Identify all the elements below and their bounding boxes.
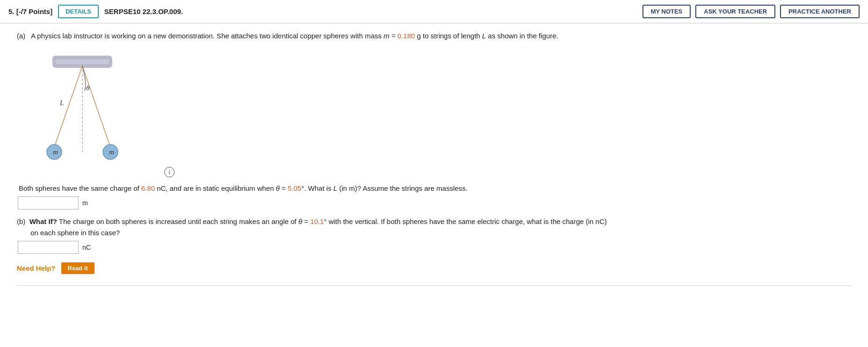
part-a-description: (a) A physics lab instructor is working …: [17, 32, 851, 40]
part-a-text-before: A physics lab instructor is working on a…: [31, 32, 397, 40]
part-a-q-text1: Both spheres have the same charge of: [19, 184, 141, 192]
theta-a-value: 5.05: [288, 184, 301, 192]
details-button[interactable]: DETAILS: [58, 5, 99, 18]
part-a-unit: m: [82, 199, 88, 207]
part-b-description: (b) What If? The charge on both spheres …: [17, 216, 851, 238]
part-a-label: (a): [17, 32, 29, 40]
part-a-answer-input[interactable]: [18, 196, 79, 210]
header-right-buttons: MY NOTES ASK YOUR TEACHER PRACTICE ANOTH…: [642, 5, 860, 18]
ceiling-rod: [54, 58, 110, 66]
problem-code: SERPSE10 22.3.OP.009.: [104, 7, 637, 15]
info-icon[interactable]: i: [164, 167, 175, 177]
part-b-text1: The charge on both spheres is increased …: [57, 217, 310, 225]
my-notes-button[interactable]: MY NOTES: [642, 5, 691, 18]
theta-b-value: 10.1: [310, 217, 324, 225]
part-a-question: Both spheres have the same charge of 6.8…: [19, 183, 851, 194]
L-label: L: [59, 99, 64, 107]
need-help-row: Need Help? Read It: [17, 262, 851, 274]
page-wrapper: 5. [-/7 Points] DETAILS SERPSE10 22.3.OP…: [0, 0, 868, 347]
need-help-label: Need Help?: [17, 264, 56, 272]
part-b-what-if: What If?: [29, 217, 57, 225]
practice-another-button[interactable]: PRACTICE ANOTHER: [780, 5, 860, 18]
problem-number: 5. [-/7 Points]: [8, 7, 52, 15]
figure-area: m m L θ: [26, 44, 851, 175]
part-a-q-text3: °. What is L (in m)? Assume the strings …: [301, 184, 467, 192]
read-it-button[interactable]: Read It: [61, 262, 95, 274]
content-area: (a) A physics lab instructor is working …: [0, 23, 868, 297]
part-a-text-after: g to strings of length L as shown in the…: [415, 32, 558, 40]
part-b-label: (b): [17, 217, 29, 225]
left-sphere-label: m: [53, 148, 58, 156]
header-bar: 5. [-/7 Points] DETAILS SERPSE10 22.3.OP…: [0, 0, 868, 23]
ask-teacher-button[interactable]: ASK YOUR TEACHER: [695, 5, 775, 18]
mass-value: 0.180: [397, 32, 415, 40]
svg-line-3: [82, 66, 110, 147]
pendulum-svg: m m L θ: [26, 44, 129, 175]
part-b-input-row: nC: [18, 241, 851, 254]
theta-label: θ: [86, 84, 90, 92]
charge-value: 6.80: [141, 184, 155, 192]
part-a-input-row: m: [18, 196, 851, 210]
part-b-answer-input[interactable]: [18, 241, 79, 254]
part-b-unit: nC: [82, 244, 91, 251]
svg-line-2: [54, 66, 82, 147]
right-sphere-label: m: [109, 148, 114, 156]
part-a-q-text2: nC, and are in static equilibrium when θ…: [155, 184, 288, 192]
bottom-divider: [17, 285, 851, 286]
